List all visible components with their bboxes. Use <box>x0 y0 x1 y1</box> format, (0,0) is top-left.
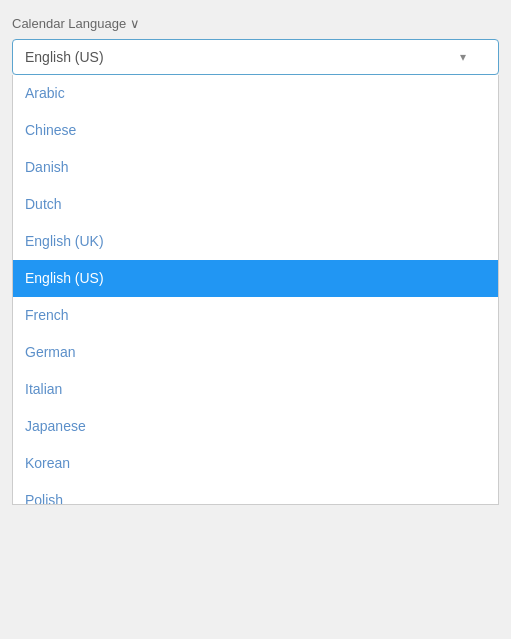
dropdown-item-chinese[interactable]: Chinese <box>13 112 498 149</box>
language-select-wrapper: English (US) ▾ ArabicChineseDanishDutchE… <box>12 39 499 75</box>
section-label: Calendar Language ∨ <box>12 16 499 31</box>
dropdown-item-danish[interactable]: Danish <box>13 149 498 186</box>
chevron-down-icon: ▾ <box>460 50 466 64</box>
dropdown-item-polish[interactable]: Polish <box>13 482 498 505</box>
dropdown-item-english-uk[interactable]: English (UK) <box>13 223 498 260</box>
language-select-display[interactable]: English (US) ▾ <box>12 39 499 75</box>
select-current-value: English (US) <box>25 49 104 65</box>
language-dropdown-list: ArabicChineseDanishDutchEnglish (UK)Engl… <box>12 75 499 505</box>
dropdown-item-japanese[interactable]: Japanese <box>13 408 498 445</box>
dropdown-item-german[interactable]: German <box>13 334 498 371</box>
dropdown-item-arabic[interactable]: Arabic <box>13 75 498 112</box>
dropdown-item-korean[interactable]: Korean <box>13 445 498 482</box>
dropdown-item-french[interactable]: French <box>13 297 498 334</box>
page-container: Calendar Language ∨ English (US) ▾ Arabi… <box>0 0 511 639</box>
dropdown-item-italian[interactable]: Italian <box>13 371 498 408</box>
dropdown-item-english-us[interactable]: English (US) <box>13 260 498 297</box>
dropdown-item-dutch[interactable]: Dutch <box>13 186 498 223</box>
